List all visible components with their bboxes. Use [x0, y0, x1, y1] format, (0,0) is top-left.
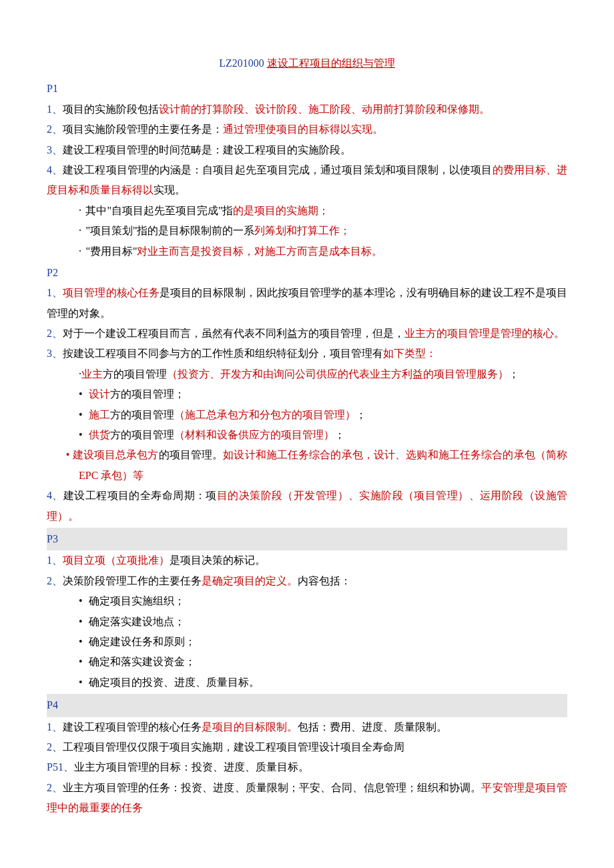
p3-sub-2: 确定落实建设地点； — [79, 612, 567, 632]
p1-sublist: 其中"自项目起先至项目完成"指的是项目的实施期； "项目策划"指的是目标限制前的… — [47, 201, 567, 262]
p2-sublist: 设计方的项目管理； 施工方的项目管理（施工总承包方和分包方的项目管理）； 供货方… — [47, 384, 567, 445]
p2-item-1: 1、项目管理的核心任务是项目的目标限制，因此按项目管理学的基本理论，没有明确目标… — [47, 283, 567, 324]
p1-item-1: 1、项目的实施阶段包括设计前的打算阶段、设计阶段、施工阶段、动用前打算阶段和保修… — [47, 99, 567, 119]
p2-sub-5: • 建设项目总承包方的项目管理。如设计和施工任务综合的承包，设计、选购和施工任务… — [47, 445, 567, 486]
p2-item-3: 3、按建设工程项目不同参与方的工作性质和组织特征划分，项目管理有如下类型： — [47, 344, 567, 364]
p1-sub-1: 其中"自项目起先至项目完成"指的是项目的实施期； — [79, 201, 567, 221]
p3-sub-1: 确定项目实施组织； — [79, 591, 567, 611]
p2-item-4: 4、建设工程项目的全寿命周期：项目的决策阶段（开发管理）、实施阶段（项目管理）、… — [47, 486, 567, 526]
p4-item-2: 2、工程项目管理仅仅限于项目实施期，建设工程项目管理设计项目全寿命周 — [47, 737, 567, 757]
p1-sub-2: "项目策划"指的是目标限制前的一系列筹划和打算工作； — [79, 221, 567, 241]
p1-item-3: 3、建设工程项目管理的时间范畴是：建设工程项目的实施阶段。 — [47, 140, 567, 160]
p4-item-2b: 2、业主方项目管理的任务：投资、进度、质量限制；平安、合同、信息管理；组织和协调… — [47, 778, 567, 819]
title-text: 速设工程项目的组织与管理 — [267, 57, 395, 69]
p3-sub-5: 确定项目的投资、进度、质量目标。 — [79, 673, 567, 693]
section-p3: P3 — [47, 528, 567, 550]
p1-item-4: 4、建设工程项目管理的内涵是：自项目起先至项目完成，通过项目策划和项目限制，以使… — [47, 160, 567, 201]
p2-sub-3: 施工方的项目管理（施工总承包方和分包方的项目管理）； — [79, 405, 567, 425]
section-p1: P1 — [47, 79, 567, 99]
p3-sub-3: 确定建设任务和原则； — [79, 632, 567, 652]
section-p2: P2 — [47, 263, 567, 283]
p2-sub-2: 设计方的项目管理； — [79, 384, 567, 404]
document-title: LZ201000 速设工程项目的组织与管理 — [47, 53, 567, 73]
p3-item-2: 2、决策阶段管理工作的主要任务是确定项目的定义。内容包括： — [47, 571, 567, 591]
p2-sub-4: 供货方的项目管理（材料和设备供应方的项目管理）； — [79, 425, 567, 445]
p5-item-1: P51、业主方项目管理的目标：投资、进度、质量目标。 — [47, 757, 567, 777]
p3-item-1: 1、项目立项（立项批准）是项目决策的标记。 — [47, 550, 567, 570]
section-p4: P4 — [47, 694, 567, 717]
p2-sub-1: ·业主方的项目管理（投资方、开发方和由询问公司供应的代表业主方利益的项目管理服务… — [47, 364, 567, 384]
p1-item-2: 2、项目实施阶段管理的主要任务是：通过管理使项目的目标得以实现。 — [47, 119, 567, 139]
p1-sub-3: "费用目标"对业主而言是投资目标，对施工方而言是成本目标。 — [79, 242, 567, 262]
p3-sub-4: 确定和落实建设资金； — [79, 652, 567, 672]
p3-sublist: 确定项目实施组织； 确定落实建设地点； 确定建设任务和原则； 确定和落实建设资金… — [47, 591, 567, 693]
p4-item-1: 1、建设工程项目管理的核心任务是项目的目标限制。包括：费用、进度、质量限制。 — [47, 717, 567, 737]
p2-item-2: 2、对于一个建设工程项目而言，虽然有代表不同利益方的项目管理，但是，业主方的项目… — [47, 324, 567, 344]
title-code: LZ201000 — [219, 57, 264, 69]
